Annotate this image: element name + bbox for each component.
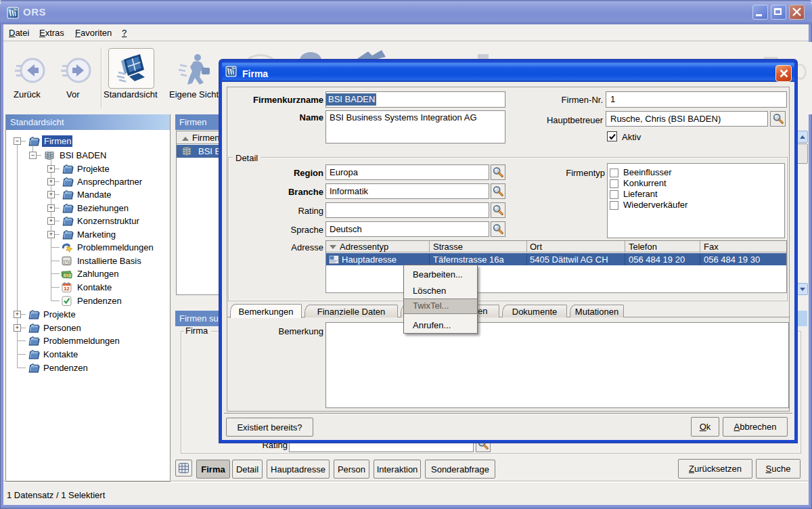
svg-text:12: 12 <box>64 286 69 292</box>
